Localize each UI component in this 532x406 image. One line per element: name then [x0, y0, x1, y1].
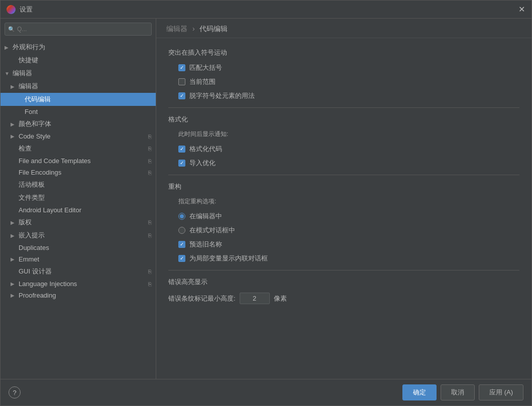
action-buttons: 确定 取消 应用 (A) — [402, 384, 523, 400]
sidebar-item-inlay-hints[interactable]: ▶ 嵌入提示 ⎘ — [1, 229, 156, 242]
search-icon: 🔍 — [8, 26, 15, 33]
checkbox-text-import-optimize: 导入优化 — [189, 159, 216, 168]
arrow-icon: ▶ — [5, 45, 11, 50]
checkbox-text-preselect-name: 预选旧名称 — [189, 240, 222, 249]
format-section-title: 格式化 — [168, 115, 519, 124]
sidebar-item-code-editor[interactable]: 代码编辑 — [1, 93, 156, 106]
checkbox-label-format-code[interactable]: 格式化代码 — [178, 145, 222, 154]
sidebar-item-appearance[interactable]: ▶ 外观和行为 — [1, 41, 156, 54]
arrow-icon: ▶ — [11, 133, 17, 139]
bottom-bar: ? 确定 取消 应用 (A) — [1, 379, 531, 405]
checkbox-label-escape-char[interactable]: 脱字符号处元素的用法 — [178, 91, 255, 100]
checkbox-format-code-icon — [178, 146, 185, 153]
checkbox-escape-char-icon — [178, 92, 185, 99]
sidebar-item-copyright[interactable]: ▶ 版权 ⎘ — [1, 216, 156, 229]
sidebar-item-label: 文件类型 — [19, 193, 152, 202]
sidebar-item-label: 版权 — [19, 218, 146, 227]
search-box: 🔍 — [5, 23, 152, 36]
sidebar-item-android-layout[interactable]: Android Layout Editor — [1, 204, 156, 216]
arrow-icon: ▼ — [5, 71, 11, 76]
sidebar-item-editor-sub[interactable]: ▶ 编辑器 — [1, 80, 156, 93]
breadcrumb-separator: › — [192, 25, 195, 33]
apply-button[interactable]: 应用 (A) — [479, 384, 523, 400]
copy-icon: ⎘ — [148, 232, 152, 238]
breadcrumb: 编辑器 › 代码编辑 — [156, 19, 531, 38]
checkbox-import-optimize-icon — [178, 160, 185, 167]
ok-button[interactable]: 确定 — [402, 384, 437, 400]
search-input[interactable] — [5, 23, 152, 36]
error-height-input[interactable] — [240, 293, 270, 304]
refactor-section-title: 重构 — [168, 182, 519, 191]
checkbox-inline-dialog-icon — [178, 255, 185, 262]
sidebar-item-label: 颜色和字体 — [19, 119, 152, 128]
sidebar-item-label: GUI 设计器 — [19, 267, 146, 276]
sidebar-item-live-templates[interactable]: 活动模板 — [1, 178, 156, 191]
sidebar-item-file-templates[interactable]: File and Code Templates ⎘ — [1, 155, 156, 167]
arrow-icon: ▶ — [11, 233, 17, 238]
sidebar-item-label: Proofreading — [19, 292, 152, 299]
checkbox-match-braces-icon — [178, 64, 185, 71]
sidebar-item-editor-group[interactable]: ▼ 编辑器 — [1, 67, 156, 80]
arrow-icon: ▶ — [11, 84, 17, 89]
sidebar-item-language-injections[interactable]: ▶ Language Injections ⎘ — [1, 278, 156, 290]
sidebar-list: ▶ 外观和行为 快捷键 ▼ 编辑器 ▶ 编辑器 — [1, 40, 156, 379]
error-highlight-section-title: 错误高亮显示 — [168, 278, 519, 287]
sidebar-item-label: Android Layout Editor — [19, 206, 152, 214]
title-bar: 设置 ✕ — [1, 1, 531, 19]
sidebar-item-font[interactable]: Font — [1, 106, 156, 117]
close-button[interactable]: ✕ — [517, 6, 525, 14]
radio-label-in-editor[interactable]: 在编辑器中 — [178, 212, 222, 221]
sidebar-item-label: 编辑器 — [13, 69, 152, 78]
sidebar-item-shortcuts[interactable]: 快捷键 — [1, 54, 156, 67]
caret-section-title: 突出在插入符号运动 — [168, 48, 519, 57]
arrow-icon: ▶ — [11, 220, 17, 225]
error-height-row: 错误条纹标记最小高度: 像素 — [168, 293, 519, 304]
checkbox-import-optimize: 导入优化 — [178, 159, 519, 168]
checkbox-label-inline-dialog[interactable]: 为局部变量显示内联对话框 — [178, 254, 268, 263]
sidebar-item-code-style[interactable]: ▶ Code Style ⎘ — [1, 130, 156, 142]
checkbox-label-current-scope[interactable]: 当前范围 — [178, 77, 216, 86]
sidebar-item-colors-fonts[interactable]: ▶ 颜色和字体 — [1, 117, 156, 130]
settings-dialog: 设置 ✕ 🔍 ▶ 外观和行为 快捷键 — [0, 0, 532, 406]
sidebar-item-emmet[interactable]: ▶ Emmet — [1, 253, 156, 265]
sidebar-item-label: File and Code Templates — [19, 157, 146, 165]
app-icon — [7, 5, 16, 14]
sidebar-item-label: File Encodings — [19, 169, 146, 176]
checkbox-text-inline-dialog: 为局部变量显示内联对话框 — [189, 254, 268, 263]
checkbox-format-code: 格式化代码 — [178, 145, 519, 154]
error-height-label: 错误条纹标记最小高度: — [168, 294, 236, 303]
breadcrumb-parent: 编辑器 — [166, 25, 187, 33]
sidebar-item-file-types[interactable]: 文件类型 — [1, 191, 156, 204]
main-content: 🔍 ▶ 外观和行为 快捷键 ▼ 编辑器 — [1, 19, 531, 379]
copy-icon: ⎘ — [148, 219, 152, 225]
copy-icon: ⎘ — [148, 268, 152, 275]
checkbox-escape-char: 脱字符号处元素的用法 — [178, 91, 519, 100]
sidebar-item-file-encodings[interactable]: File Encodings ⎘ — [1, 167, 156, 178]
checkbox-label-import-optimize[interactable]: 导入优化 — [178, 159, 216, 168]
title-bar-left: 设置 — [7, 5, 33, 14]
radio-label-in-dialog[interactable]: 在模式对话框中 — [178, 226, 235, 235]
arrow-icon: ▶ — [11, 293, 17, 298]
sidebar-item-label: 活动模板 — [19, 180, 152, 189]
sidebar-item-gui-designer[interactable]: GUI 设计器 ⎘ — [1, 265, 156, 278]
format-sublabel: 此时间后显示通知: — [178, 130, 519, 139]
copy-icon: ⎘ — [148, 170, 152, 176]
radio-text-in-editor: 在编辑器中 — [189, 212, 222, 221]
arrow-icon: ▶ — [11, 256, 17, 262]
checkbox-label-match-braces[interactable]: 匹配大括号 — [178, 63, 222, 72]
arrow-icon: ▶ — [11, 281, 17, 287]
checkbox-label-preselect-name[interactable]: 预选旧名称 — [178, 240, 222, 249]
divider-3 — [168, 270, 519, 270]
divider-1 — [168, 107, 519, 108]
sidebar-item-proofreading[interactable]: ▶ Proofreading — [1, 290, 156, 301]
sidebar-item-inspection[interactable]: 检查 ⎘ — [1, 142, 156, 155]
help-button[interactable]: ? — [9, 386, 21, 398]
radio-in-dialog: 在模式对话框中 — [178, 226, 519, 235]
sidebar-item-duplicates[interactable]: Duplicates — [1, 242, 156, 253]
sidebar-item-label: Code Style — [19, 132, 146, 140]
checkbox-current-scope-icon — [178, 78, 185, 85]
sidebar-item-label: 检查 — [19, 144, 146, 153]
cancel-button[interactable]: 取消 — [441, 384, 475, 400]
checkbox-text-match-braces: 匹配大括号 — [189, 63, 222, 72]
sidebar-item-label: 嵌入提示 — [19, 231, 146, 240]
